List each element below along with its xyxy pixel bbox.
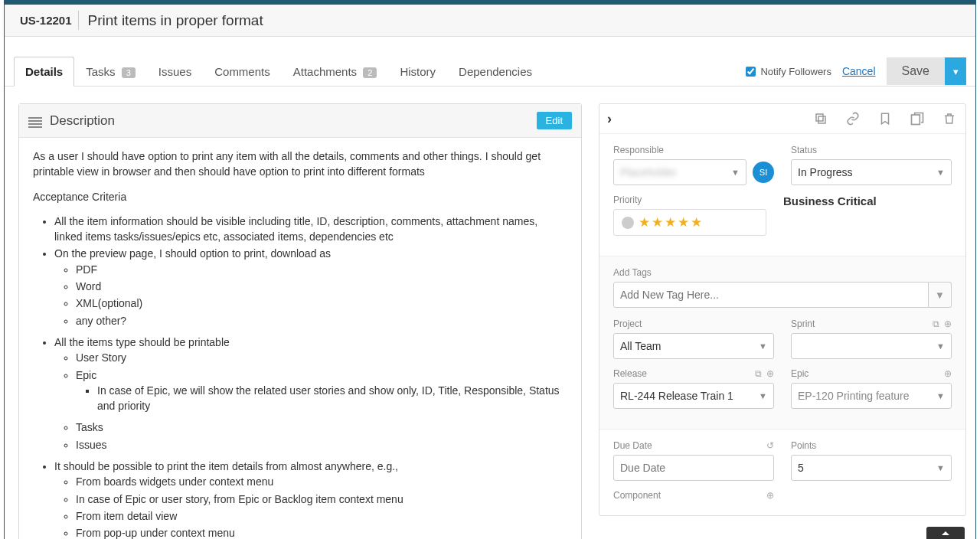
add-icon[interactable]: ⊕	[766, 368, 774, 379]
description-header: Description Edit	[19, 104, 581, 138]
duedate-label: Due Date ↺	[613, 440, 774, 451]
popout-icon[interactable]: ⧉	[755, 368, 762, 379]
tab-comments-label: Comments	[214, 65, 270, 78]
save-dropdown[interactable]: ▾	[945, 57, 966, 85]
tabs: Details Tasks 3 Issues Comments Attachme…	[14, 57, 746, 86]
responsible-label: Responsible	[613, 145, 774, 155]
star-icon[interactable]: ★	[691, 214, 702, 230]
tab-history[interactable]: History	[388, 57, 447, 86]
item-dialog: US-12201 Print items in proper format De…	[4, 0, 976, 539]
list-item: PDF	[76, 262, 567, 277]
responsible-field: Responsible Placeholder▼ SI	[613, 145, 774, 185]
priority-field: Priority ★ ★ ★ ★ ★	[613, 194, 766, 236]
edit-description-button[interactable]: Edit	[537, 112, 572, 129]
chevron-down-icon: ▼	[936, 168, 945, 177]
star-icon[interactable]: ★	[652, 214, 663, 230]
add-icon[interactable]: ⊕	[766, 490, 774, 501]
tab-issues[interactable]: Issues	[147, 57, 203, 86]
points-field: Points 5▼	[791, 440, 952, 481]
list-item: From item detail view	[76, 508, 567, 524]
epic-select[interactable]: EP-120 Printing feature▼	[791, 383, 952, 409]
responsible-select[interactable]: Placeholder▼	[613, 159, 746, 185]
bookmark-icon[interactable]	[877, 110, 893, 127]
cancel-button[interactable]: Cancel	[842, 65, 876, 77]
chevron-down-icon: ▼	[759, 391, 767, 400]
drag-icon[interactable]	[28, 116, 42, 126]
list-item: All the item information should be visib…	[54, 214, 567, 245]
item-id: US-12201	[14, 11, 79, 30]
duplicate-icon[interactable]	[909, 110, 926, 127]
list-item: User Story	[76, 350, 567, 365]
notify-followers[interactable]: Notify Followers	[746, 66, 831, 77]
popout-icon[interactable]: ⧉	[933, 318, 939, 329]
chevron-down-icon: ▼	[731, 168, 740, 177]
list-item: Tasks	[76, 420, 567, 435]
chevron-down-icon: ▼	[759, 341, 767, 351]
tab-tasks[interactable]: Tasks 3	[74, 57, 147, 86]
tab-attachments[interactable]: Attachments 2	[282, 57, 389, 86]
tab-comments[interactable]: Comments	[203, 57, 282, 86]
list-item-label: Epic	[76, 369, 96, 381]
project-select[interactable]: All Team▼	[613, 333, 774, 359]
save-button[interactable]: Save	[887, 57, 945, 85]
component-label: Component ⊕	[613, 490, 774, 501]
list-item: In case of Epic or user story, from Epic…	[76, 492, 567, 507]
points-label: Points	[791, 440, 952, 451]
responsible-value: Placeholder	[620, 166, 677, 178]
right-column: › Responsible Placeholder▼	[599, 103, 966, 539]
dialog-header: US-12201 Print items in proper format	[5, 5, 975, 37]
component-label-text: Component	[613, 490, 661, 501]
link-icon[interactable]	[844, 110, 861, 127]
description-body: As a user I should have option to print …	[19, 138, 581, 539]
priority-label: Priority	[613, 194, 766, 205]
list-item: It should be possible to print the item …	[54, 459, 567, 539]
tab-dependencies[interactable]: Dependencies	[447, 57, 544, 86]
sprint-label-text: Sprint	[791, 318, 815, 329]
dialog-body: Description Edit As a user I should have…	[5, 87, 975, 539]
chevron-down-icon: ▼	[936, 391, 945, 400]
status-label: Status	[791, 145, 952, 155]
project-label: Project	[613, 318, 774, 329]
tab-details[interactable]: Details	[14, 57, 74, 87]
epic-value: EP-120 Printing feature	[798, 390, 910, 402]
release-select[interactable]: RL-244 Release Train 1▼	[613, 383, 774, 409]
trash-icon[interactable]	[941, 110, 958, 127]
list-item-label: It should be possible to print the item …	[54, 460, 398, 472]
star-icon[interactable]: ★	[639, 214, 650, 230]
reset-icon[interactable]: ↺	[766, 440, 774, 451]
points-select[interactable]: 5▼	[791, 455, 952, 481]
duedate-input[interactable]	[613, 455, 774, 481]
sprint-select[interactable]: ▼	[791, 333, 952, 359]
list-item: any other?	[76, 313, 567, 328]
notify-followers-checkbox[interactable]	[746, 67, 756, 77]
sprint-label: Sprint ⧉⊕	[791, 318, 952, 329]
copy-icon[interactable]	[812, 110, 829, 127]
tags-input[interactable]	[613, 282, 929, 308]
add-icon[interactable]: ⊕	[944, 368, 952, 379]
project-value: All Team	[620, 340, 661, 352]
status-select[interactable]: In Progress▼	[791, 159, 952, 185]
tab-attachments-badge: 2	[363, 67, 377, 78]
footer-tray-toggle[interactable]	[926, 527, 965, 539]
side-section-tags: Add Tags ▼ Project All Team▼	[599, 256, 965, 430]
list-item-label: On the preview page, I should option to …	[54, 247, 331, 260]
priority-stars[interactable]: ★ ★ ★ ★ ★	[613, 209, 766, 236]
acceptance-criteria-label: Acceptance Criteria	[33, 189, 567, 204]
star-icon[interactable]: ★	[678, 214, 689, 230]
side-section-extra: Due Date ↺ Points 5▼	[599, 430, 965, 515]
add-icon[interactable]: ⊕	[944, 318, 952, 329]
clear-priority-icon[interactable]	[622, 217, 634, 229]
expand-icon[interactable]: ›	[607, 111, 612, 127]
star-icon[interactable]: ★	[665, 214, 676, 230]
tab-history-label: History	[400, 65, 436, 78]
tags-dropdown[interactable]: ▼	[929, 282, 952, 308]
side-section-main: Responsible Placeholder▼ SI Status	[599, 134, 965, 256]
svg-rect-1	[816, 114, 823, 121]
list-item: In case of Epic, we will show the relate…	[97, 383, 567, 414]
avatar[interactable]: SI	[753, 162, 774, 183]
notify-followers-label: Notify Followers	[760, 66, 831, 77]
release-field: Release ⧉⊕ RL-244 Release Train 1▼	[613, 368, 774, 409]
list-item: XML(optional)	[76, 296, 567, 311]
description-intro: As a user I should have option to print …	[33, 149, 567, 180]
list-item: All the items type should be printable U…	[54, 335, 567, 452]
